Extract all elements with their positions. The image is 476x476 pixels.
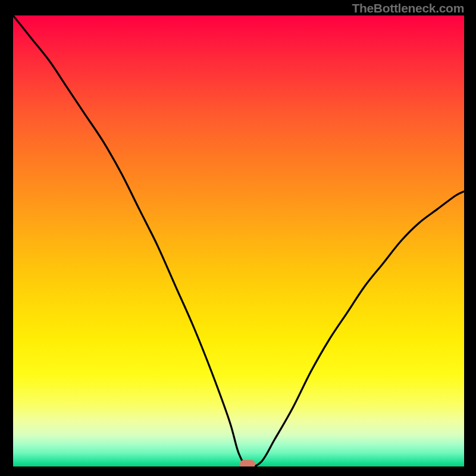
bottleneck-curve [13,15,464,466]
attribution-watermark: TheBottleneck.com [352,1,464,15]
plot-area [13,15,464,466]
optimal-point-marker [240,460,255,466]
outer-frame: TheBottleneck.com [0,0,476,476]
